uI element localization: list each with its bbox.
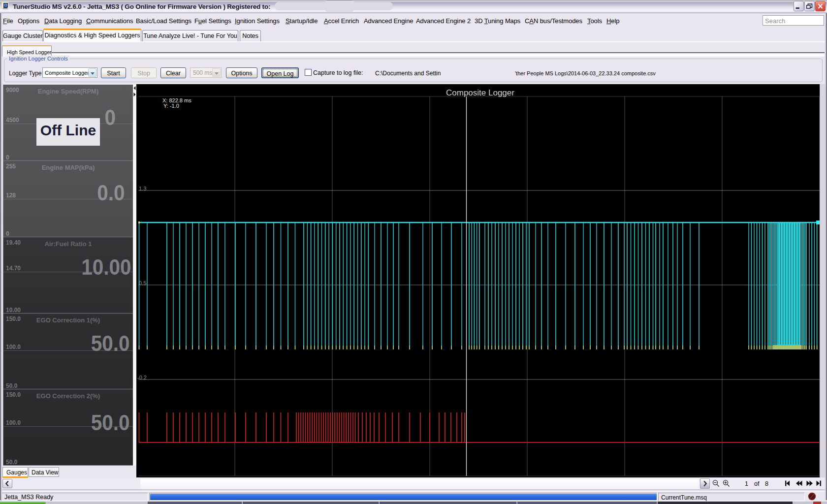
- svg-text:1: 1: [745, 480, 748, 487]
- svg-text:Composite Logger: Composite Logger: [446, 88, 514, 97]
- svg-text:1.3: 1.3: [139, 186, 146, 191]
- svg-text:8: 8: [765, 480, 768, 487]
- svg-text:-0.2: -0.2: [137, 375, 147, 380]
- svg-text:of: of: [754, 480, 760, 487]
- svg-text:Y: -1.0: Y: -1.0: [163, 103, 179, 109]
- svg-text:0.5: 0.5: [139, 280, 146, 286]
